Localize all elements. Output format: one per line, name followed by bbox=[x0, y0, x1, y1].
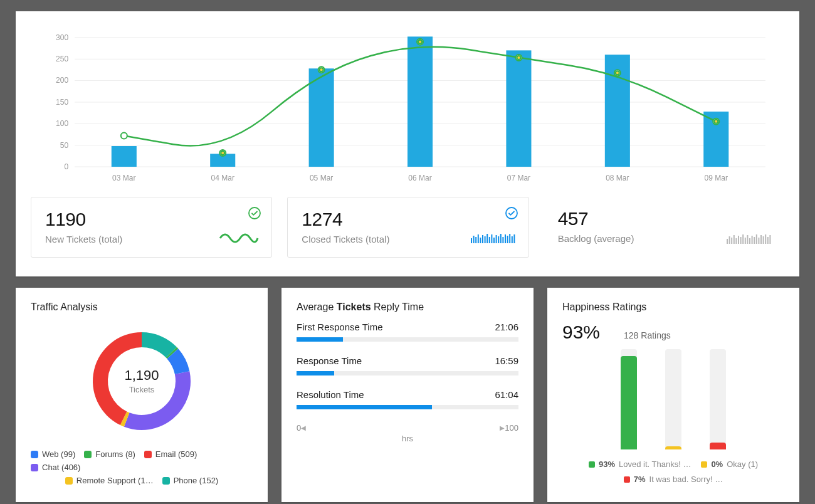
reply-label: Response Time bbox=[297, 355, 362, 366]
title-part: Average bbox=[297, 302, 337, 312]
title-part: Tickets bbox=[337, 302, 371, 312]
svg-rect-45 bbox=[475, 237, 476, 243]
svg-rect-69 bbox=[740, 237, 742, 244]
svg-rect-16 bbox=[309, 68, 334, 167]
svg-text:06 Mar: 06 Mar bbox=[408, 174, 431, 182]
svg-rect-48 bbox=[482, 235, 483, 243]
svg-rect-80 bbox=[765, 234, 766, 244]
svg-text:07 Mar: 07 Mar bbox=[507, 174, 530, 182]
svg-rect-76 bbox=[756, 234, 757, 244]
svg-rect-62 bbox=[513, 234, 515, 243]
triangle-right-icon[interactable]: ▶ bbox=[500, 424, 505, 431]
kpi-closed-tickets[interactable]: 1274 Closed Tickets (total) bbox=[287, 197, 528, 258]
svg-point-32 bbox=[320, 68, 323, 71]
reply-axis: 0 ◀ ▶ 100 bbox=[297, 423, 518, 433]
reply-value: 16:59 bbox=[495, 355, 518, 366]
sparkline-bars-icon bbox=[471, 231, 516, 246]
triangle-left-icon[interactable]: ◀ bbox=[301, 424, 306, 431]
svg-text:1,190: 1,190 bbox=[124, 367, 159, 383]
card-title: Traffic Analysis bbox=[31, 302, 253, 313]
tickets-trend-panel: 05010015020025030003 Mar04 Mar05 Mar06 M… bbox=[16, 11, 799, 276]
svg-point-34 bbox=[418, 40, 422, 44]
svg-text:08 Mar: 08 Mar bbox=[606, 174, 629, 182]
happiness-bar bbox=[710, 349, 726, 449]
reply-time-card: Average Tickets Reply Time First Respons… bbox=[281, 288, 534, 502]
sparkline-bars-icon bbox=[727, 231, 772, 246]
svg-rect-73 bbox=[749, 238, 750, 244]
svg-text:05 Mar: 05 Mar bbox=[310, 174, 333, 182]
reply-row: Resolution Time 61:04 bbox=[297, 389, 518, 409]
legend-item[interactable]: Remote Support (1… bbox=[65, 476, 154, 485]
svg-text:09 Mar: 09 Mar bbox=[705, 174, 728, 182]
svg-rect-70 bbox=[742, 234, 744, 244]
axis-max: 100 bbox=[505, 423, 518, 433]
svg-rect-54 bbox=[495, 235, 497, 243]
svg-rect-14 bbox=[112, 146, 137, 167]
reply-bar bbox=[297, 337, 518, 342]
traffic-donut-chart: 1,190Tickets bbox=[82, 322, 201, 441]
svg-rect-67 bbox=[735, 238, 737, 244]
svg-text:250: 250 bbox=[56, 55, 68, 63]
kpi-row: 1190 New Tickets (total) 1274 Closed Tic… bbox=[31, 197, 784, 258]
kpi-new-tickets[interactable]: 1190 New Tickets (total) bbox=[31, 197, 272, 258]
svg-rect-46 bbox=[477, 234, 478, 243]
happiness-bar bbox=[665, 349, 681, 449]
svg-text:300: 300 bbox=[56, 33, 68, 42]
reply-value: 21:06 bbox=[495, 322, 518, 332]
card-title: Average Tickets Reply Time bbox=[297, 302, 518, 313]
kpi-value: 457 bbox=[558, 208, 770, 229]
title-part: Reply Time bbox=[371, 302, 424, 312]
legend-item[interactable]: Forums (8) bbox=[84, 449, 135, 459]
svg-rect-52 bbox=[491, 234, 492, 243]
svg-rect-78 bbox=[760, 235, 762, 244]
reply-bar bbox=[297, 405, 518, 409]
legend-item[interactable]: 7% It was bad. Sorry! … bbox=[624, 472, 723, 486]
svg-text:0: 0 bbox=[64, 162, 68, 171]
legend-item[interactable]: 93% Loved it. Thanks! … bbox=[589, 457, 691, 471]
legend-item[interactable]: 0% Okay (1) bbox=[701, 457, 758, 471]
svg-text:100: 100 bbox=[56, 119, 68, 128]
reply-label: First Response Time bbox=[297, 322, 383, 332]
svg-rect-68 bbox=[738, 236, 739, 244]
axis-min: 0 bbox=[297, 423, 301, 433]
svg-rect-81 bbox=[767, 237, 769, 244]
svg-rect-74 bbox=[752, 236, 753, 244]
svg-rect-43 bbox=[471, 238, 472, 243]
svg-text:03 Mar: 03 Mar bbox=[112, 174, 135, 182]
legend-item[interactable]: Phone (152) bbox=[162, 476, 219, 485]
happiness-count: 128 Ratings bbox=[624, 330, 671, 340]
svg-rect-64 bbox=[729, 236, 730, 244]
legend-item[interactable]: Web (99) bbox=[31, 449, 75, 459]
svg-point-42 bbox=[506, 207, 517, 219]
svg-text:50: 50 bbox=[60, 141, 69, 150]
svg-rect-18 bbox=[506, 50, 531, 167]
kpi-value: 1274 bbox=[302, 209, 514, 230]
svg-text:04 Mar: 04 Mar bbox=[211, 174, 234, 182]
check-circle-icon bbox=[505, 206, 518, 223]
svg-rect-56 bbox=[500, 234, 501, 243]
happiness-bar bbox=[621, 349, 637, 449]
kpi-backlog[interactable]: 457 Backlog (average) bbox=[544, 197, 784, 258]
svg-rect-44 bbox=[473, 236, 474, 243]
happiness-legend: 93% Loved it. Thanks! …0% Okay (1)7% It … bbox=[562, 457, 784, 487]
svg-text:150: 150 bbox=[56, 98, 68, 107]
reply-label: Resolution Time bbox=[297, 389, 364, 400]
svg-text:200: 200 bbox=[56, 76, 68, 85]
svg-rect-71 bbox=[745, 238, 746, 244]
svg-rect-51 bbox=[488, 237, 490, 243]
svg-rect-72 bbox=[747, 235, 748, 244]
happiness-bars bbox=[562, 349, 784, 449]
svg-rect-65 bbox=[731, 238, 732, 244]
svg-point-28 bbox=[121, 133, 127, 139]
svg-rect-79 bbox=[763, 236, 764, 244]
traffic-analysis-card: Traffic Analysis 1,190Tickets Web (99)Fo… bbox=[16, 288, 268, 502]
legend-item[interactable]: Chat (406) bbox=[31, 463, 80, 472]
svg-rect-63 bbox=[727, 239, 728, 244]
reply-bar bbox=[297, 371, 518, 375]
svg-rect-49 bbox=[484, 236, 485, 243]
legend-item[interactable]: Email (509) bbox=[144, 449, 197, 459]
svg-text:Tickets: Tickets bbox=[129, 385, 155, 394]
svg-rect-47 bbox=[480, 238, 481, 243]
happiness-percent: 93% bbox=[562, 322, 600, 343]
svg-rect-50 bbox=[486, 234, 488, 243]
